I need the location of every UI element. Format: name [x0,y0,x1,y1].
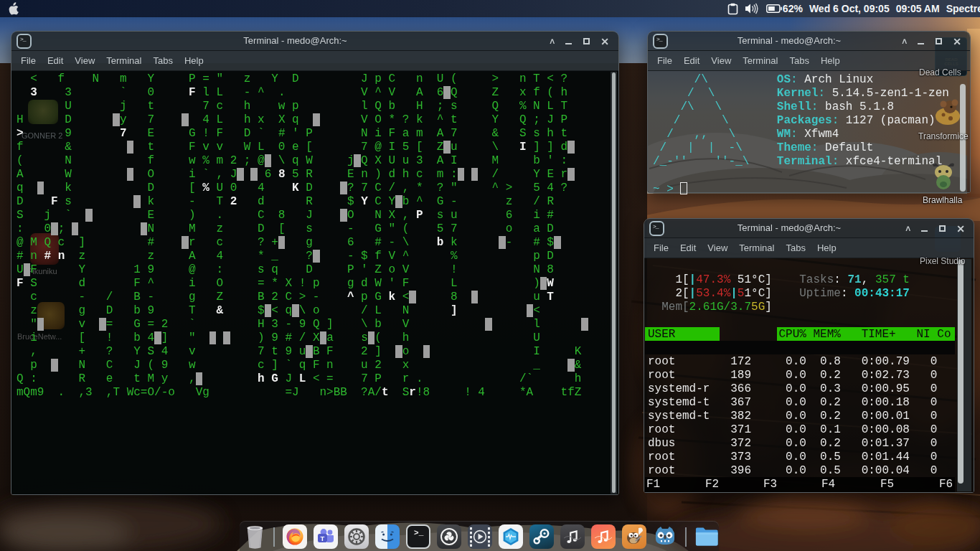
svg-text:T: T [320,534,324,542]
